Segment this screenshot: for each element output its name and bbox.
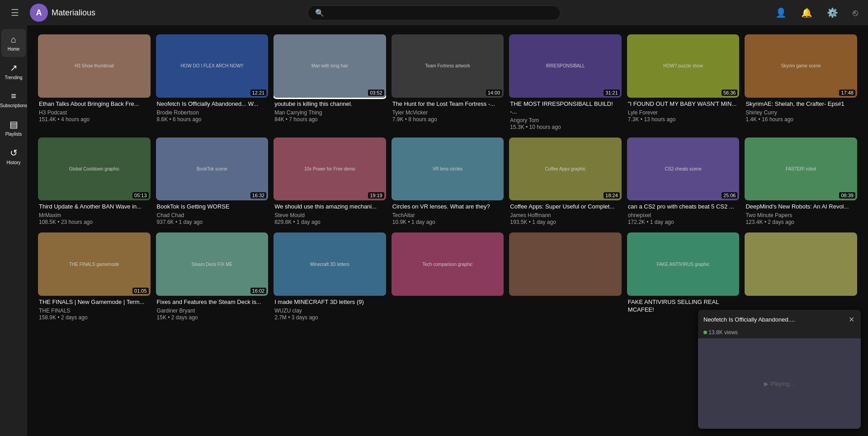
video-channel: Tyler McVicker (392, 109, 503, 116)
video-card[interactable]: 10x Power for Free demo19:19We should us… (274, 137, 386, 226)
video-card[interactable]: Team Fortress artwork14:00The Hunt for t… (392, 34, 504, 130)
sidebar-item-history[interactable]: ↺ History (1, 142, 26, 171)
video-meta: 937.6K • 1 day ago (157, 219, 268, 225)
signout-icon[interactable]: ⎋ (850, 5, 861, 21)
video-card[interactable]: FAKE ANTIVIRUS graphicFAKE ANTIVIRUS SEL… (627, 232, 740, 321)
history-icon: ↺ (10, 147, 18, 158)
account-icon[interactable]: 👤 (773, 5, 789, 21)
duration-badge: 14:00 (486, 90, 502, 96)
video-channel: Shirley Curry (745, 109, 856, 116)
thumbnail-image (509, 232, 622, 296)
video-title: DeepMind's New Robots: An AI Revol... (745, 203, 856, 211)
video-thumbnail: HOW? puzzle show56:36 (627, 34, 740, 98)
video-info: Ethan Talks About Bringing Back Fre...H3… (38, 98, 151, 123)
video-card[interactable]: FASTER! robot08:39DeepMind's New Robots:… (745, 137, 857, 226)
mini-player-thumbnail[interactable]: ▶ Playing... (698, 338, 861, 429)
video-card[interactable]: Skyrim game scene17:48SkyrimAE: Shelah, … (745, 34, 857, 130)
search-input-wrap[interactable]: 🔍 (307, 5, 561, 20)
video-channel: Brodie Robertson (157, 109, 268, 116)
sidebar-item-subscriptions[interactable]: ≡ Subscriptions (1, 85, 26, 114)
mini-player-close-button[interactable]: ✕ (848, 314, 855, 325)
video-card[interactable]: Global Cooldown graphic05:13Third Update… (38, 137, 151, 226)
video-channel: Angory Tom (510, 117, 621, 123)
video-card[interactable]: BookTok scene16:32BookTok is Getting WOR… (156, 137, 269, 226)
duration-badge: 31:21 (604, 90, 620, 96)
subscriptions-icon: ≡ (11, 91, 16, 101)
video-card[interactable]: THE FINALS gamemode01:05THE FINALS | New… (38, 232, 151, 321)
video-channel: MrMaxim (39, 212, 150, 218)
video-card[interactable]: HOW? puzzle show56:36"I FOUND OUT MY BAB… (627, 34, 740, 130)
video-meta: 84K • 7 hours ago (274, 116, 385, 123)
video-thumbnail: HOW DO I FLEX ARCH NOW!!12:21 (156, 34, 269, 98)
playlists-icon: ▤ (9, 119, 18, 130)
video-card[interactable]: Minecraft 3D lettersI made MINECRAFT 3D … (274, 232, 386, 321)
video-card[interactable] (745, 232, 857, 321)
video-card[interactable]: Steam Deck FIX ME16:02Fixes and Features… (156, 232, 269, 321)
thumbnail-image: HOW DO I FLEX ARCH NOW!! (156, 34, 269, 98)
topbar-right: 👤 🔔 ⚙️ ⎋ (773, 5, 861, 21)
thumbnail-image: Global Cooldown graphic (38, 137, 151, 201)
duration-badge: 18:24 (604, 192, 620, 199)
video-channel: Steve Mould (274, 212, 385, 218)
video-card[interactable]: HOW DO I FLEX ARCH NOW!!12:21Neofetch Is… (156, 34, 269, 130)
video-channel: Two Minute Papers (745, 212, 856, 218)
video-info: I made MINECRAFT 3D letters (9)WUZU clay… (274, 296, 386, 321)
thumbnail-image (745, 232, 857, 296)
video-info: DeepMind's New Robots: An AI Revol...Two… (745, 200, 857, 225)
sidebar-item-home[interactable]: ⌂ Home (1, 29, 26, 57)
video-info: Circles on VR lenses. What are they?Tech… (392, 200, 504, 225)
video-info: Third Update & Another BAN Wave in...MrM… (38, 200, 151, 225)
thumbnail-image: VR lens circles (392, 137, 504, 201)
thumbnail-image: Skyrim game scene (745, 34, 857, 98)
video-meta: 123.4K • 2 days ago (745, 219, 856, 225)
duration-badge: 16:32 (250, 192, 267, 199)
thumbnail-image: Tech comparison graphic (392, 232, 504, 296)
video-title: Fixes and Features the Steam Deck is... (157, 299, 268, 306)
video-thumbnail: Tech comparison graphic (392, 232, 504, 296)
duration-badge: 01:05 (132, 288, 149, 294)
video-channel: THE FINALS (39, 308, 150, 314)
thumbnail-image: Team Fortress artwork (392, 34, 504, 98)
video-info: BookTok is Getting WORSEChad Chad937.6K … (156, 200, 269, 225)
video-info: THE MOST IRRESPONSIBALL BUILD! -...Angor… (509, 98, 622, 130)
mini-player-title: Neofetch Is Officially Abandoned.... (703, 316, 844, 323)
thumbnail-image: IRRESPONSIBALL (509, 34, 622, 98)
duration-badge: 08:39 (839, 192, 855, 199)
video-thumbnail (745, 232, 857, 296)
video-thumbnail: BookTok scene16:32 (156, 137, 269, 201)
search-bar: 🔍 (103, 5, 765, 20)
video-title: can a CS2 pro with cheats beat 5 CS2 ... (628, 203, 739, 211)
video-card[interactable] (509, 232, 622, 321)
video-card[interactable]: CS2 cheats scene25:06can a CS2 pro with … (627, 137, 740, 226)
thumbnail-image: 10x Power for Free demo (274, 137, 386, 201)
logo-circle: A (30, 4, 48, 22)
video-thumbnail: Man with long hair03:52 (274, 34, 386, 98)
mini-player: Neofetch Is Officially Abandoned.... ✕ 1… (698, 310, 861, 429)
search-input[interactable] (328, 9, 553, 17)
logo-area[interactable]: A Materialious (30, 4, 95, 22)
video-meta: 172.2K • 1 day ago (628, 219, 739, 225)
live-dot (703, 331, 707, 334)
menu-button[interactable]: ☰ (7, 4, 23, 22)
video-card[interactable]: Tech comparison graphic (392, 232, 504, 321)
notifications-icon[interactable]: 🔔 (798, 5, 815, 21)
video-info: can a CS2 pro with cheats beat 5 CS2 ...… (627, 200, 740, 225)
video-info: SkyrimAE: Shelah, the Crafter- Eps#1Shir… (745, 98, 857, 123)
video-info: Coffee Apps: Super Useful or Complet...J… (509, 200, 622, 225)
video-card[interactable]: Coffee Apps graphic18:24Coffee Apps: Sup… (509, 137, 622, 226)
video-card[interactable]: Man with long hair03:52youtube is killin… (274, 34, 386, 130)
settings-icon[interactable]: ⚙️ (824, 5, 841, 21)
video-grid: H3 Show thumbnailEthan Talks About Bring… (38, 34, 857, 321)
sidebar-item-playlists[interactable]: ▤ Playlists (1, 114, 26, 142)
video-channel: H3 Podcast (39, 109, 150, 116)
sidebar-item-trending[interactable]: ↗ Trending (1, 57, 26, 85)
app-name: Materialious (52, 8, 95, 18)
video-card[interactable]: IRRESPONSIBALL31:21THE MOST IRRESPONSIBA… (509, 34, 622, 130)
video-card[interactable]: VR lens circlesCircles on VR lenses. Wha… (392, 137, 504, 226)
mini-player-header: Neofetch Is Officially Abandoned.... ✕ (698, 310, 861, 329)
video-title: We should use this amazing mechani... (274, 203, 385, 211)
video-title: The Hunt for the Lost Team Fortress -... (392, 100, 503, 108)
search-icon: 🔍 (315, 9, 324, 17)
video-card[interactable]: H3 Show thumbnailEthan Talks About Bring… (38, 34, 151, 130)
duration-badge: 03:52 (368, 90, 384, 96)
